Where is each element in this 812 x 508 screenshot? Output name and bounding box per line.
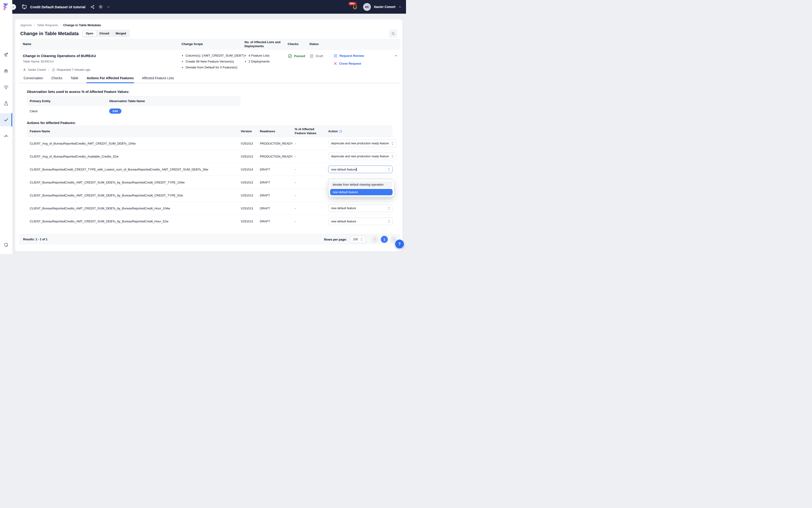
feature-name: CLIENT_BureauReportedCredits_AMT_CREDIT_… bbox=[27, 181, 241, 184]
feature-name: CLIENT_BureauReportedCredits_AMT_CREDIT_… bbox=[27, 194, 241, 197]
request-review-label: Request Review bbox=[340, 54, 364, 57]
action-select-input-value: new default feature bbox=[331, 168, 356, 171]
feature-version: V251013 bbox=[241, 194, 260, 197]
select-stepper-icon bbox=[391, 142, 394, 145]
sidebar-collapse-button[interactable] bbox=[10, 4, 16, 10]
check-icon bbox=[4, 117, 9, 122]
breadcrumb-separator-icon: › bbox=[34, 23, 35, 27]
observation-table: Primary Entity Observation Table Name Cl… bbox=[27, 96, 240, 116]
checks-status: Passed bbox=[294, 54, 305, 58]
page-scrollbar[interactable] bbox=[404, 14, 406, 254]
select-stepper-icon bbox=[388, 220, 390, 223]
share-icon[interactable] bbox=[90, 5, 95, 9]
project-menu-chevron-icon[interactable] bbox=[106, 5, 110, 9]
request-table-header: Name Change Scope No. of Affected Lists … bbox=[20, 39, 401, 49]
feature-readiness: PRODUCTION_READY bbox=[260, 142, 295, 145]
person-icon bbox=[23, 68, 26, 72]
checklist-icon bbox=[333, 54, 337, 58]
action-select[interactable]: deprecate and new production ready featu… bbox=[328, 153, 396, 160]
action-select-value: new default feature bbox=[331, 207, 356, 210]
page-1-button[interactable]: 1 bbox=[381, 236, 388, 243]
dropdown-option-deviate[interactable]: deviate from default cleaning operation bbox=[330, 181, 393, 188]
feature-version: V251013 bbox=[241, 181, 260, 184]
shield-check-icon bbox=[4, 243, 9, 248]
lightbulb-icon bbox=[4, 85, 9, 90]
tab-checks[interactable]: Checks bbox=[51, 75, 63, 83]
tab-actions-for-affected-features[interactable]: Actions For Affected Features bbox=[86, 75, 134, 83]
feature-affected-pct: - bbox=[295, 220, 328, 223]
sidebar-item-approve[interactable] bbox=[0, 113, 12, 126]
feature-version: V251013 bbox=[241, 155, 260, 158]
action-select[interactable]: new default feature bbox=[328, 205, 393, 212]
search-button[interactable] bbox=[389, 29, 397, 38]
tab-affected-feature-lists[interactable]: Affected Feature Lists bbox=[141, 75, 175, 83]
checks-passed-icon bbox=[288, 54, 292, 58]
tab-table[interactable]: Table bbox=[70, 75, 79, 83]
action-select[interactable]: deprecate and new production ready featu… bbox=[328, 140, 396, 147]
feature-affected-pct: - bbox=[295, 142, 328, 145]
request-review-button[interactable]: Request Review bbox=[333, 54, 391, 58]
feature-readiness: DRAFT bbox=[260, 168, 295, 171]
dropdown-option-new-default[interactable]: new default feature bbox=[330, 189, 393, 195]
request-table-name: Table Name: BUREAU bbox=[23, 60, 182, 63]
tab-conversation[interactable]: Conversation bbox=[23, 75, 44, 83]
feature-affected-pct: - bbox=[295, 207, 328, 210]
prev-page-button[interactable] bbox=[371, 236, 378, 243]
feature-readiness: DRAFT bbox=[260, 181, 295, 184]
requested-ago: Requested 7 minutes ago bbox=[57, 68, 90, 72]
primary-entity-value: Client bbox=[27, 110, 109, 113]
user-name: Xavier Conort bbox=[374, 5, 395, 9]
select-stepper-icon bbox=[388, 207, 390, 210]
feature-readiness: DRAFT bbox=[260, 194, 295, 197]
status-filter-segmented-control: Open Closed Merged bbox=[82, 30, 130, 37]
action-select-value: deprecate and new production ready featu… bbox=[331, 155, 389, 158]
user-menu-chevron-icon[interactable] bbox=[398, 5, 402, 9]
col-header-readiness: Readiness bbox=[260, 129, 295, 133]
request-table: Name Change Scope No. of Affected Lists … bbox=[20, 39, 401, 75]
select-stepper-icon bbox=[391, 155, 394, 158]
sidebar-item-governance[interactable] bbox=[0, 239, 12, 252]
page-title: Change in Table Metadata bbox=[20, 31, 79, 36]
breadcrumb-approve[interactable]: Approve bbox=[20, 23, 32, 27]
edit-observation-table-button[interactable]: Edit bbox=[109, 109, 122, 114]
sidebar-item-explore[interactable] bbox=[0, 48, 12, 61]
sidebar-item-activity[interactable] bbox=[0, 129, 12, 142]
feature-affected-pct: - bbox=[295, 194, 328, 197]
collapse-row-button[interactable] bbox=[391, 49, 401, 75]
change-scope-item: Column(s): ['AMT_CREDIT_SUM_DEBT'] bbox=[186, 54, 244, 57]
feature-row: CLIENT_BureauReportedCredit_CREDIT_TYPE_… bbox=[27, 163, 393, 176]
head-gear-icon bbox=[4, 69, 9, 74]
avatar[interactable]: XC bbox=[363, 3, 371, 11]
change-scope-list: Column(s): ['AMT_CREDIT_SUM_DEBT'] Creat… bbox=[182, 54, 244, 69]
filter-closed-button[interactable]: Closed bbox=[96, 31, 112, 37]
feature-affected-pct: - bbox=[295, 155, 328, 158]
notifications-bell-icon[interactable]: 999+ bbox=[352, 4, 358, 10]
action-select-focused[interactable]: new default feature bbox=[328, 166, 393, 173]
sidebar-item-ideas[interactable] bbox=[0, 81, 12, 94]
filter-open-button[interactable]: Open bbox=[83, 31, 96, 37]
action-select[interactable]: new default feature bbox=[328, 218, 393, 225]
col-header-primary-entity: Primary Entity bbox=[27, 99, 109, 103]
project-settings-gear-icon[interactable] bbox=[98, 4, 103, 9]
observation-sets-heading: Observation Sets used to assess % of Aff… bbox=[27, 90, 393, 94]
requester-name: Xavier Conort bbox=[28, 68, 46, 72]
sidebar-item-knowledge[interactable] bbox=[0, 65, 12, 78]
help-button[interactable]: ? bbox=[395, 240, 404, 248]
notifications-badge: 999+ bbox=[348, 2, 357, 5]
breadcrumb-table-requests[interactable]: Table Requests bbox=[37, 23, 58, 27]
feature-name: CLIENT_BureauReportedCredits_AMT_CREDIT_… bbox=[27, 207, 241, 210]
rows-per-page-select[interactable]: 100 bbox=[350, 236, 365, 243]
col-header-action: Action bbox=[328, 129, 337, 133]
filter-merged-button[interactable]: Merged bbox=[112, 31, 129, 37]
info-icon[interactable] bbox=[339, 130, 342, 133]
sidebar-item-experiments[interactable] bbox=[0, 97, 12, 110]
select-stepper-icon bbox=[388, 168, 390, 171]
action-dropdown-menu: deviate from default cleaning operation … bbox=[329, 180, 394, 197]
close-request-button[interactable]: Close Request bbox=[333, 62, 391, 65]
topbar: Credit Default Dataset UI tutorial bbox=[12, 0, 406, 14]
change-scope-item: Deviate from Default for 0 Feature(s) bbox=[186, 66, 244, 69]
rows-per-page-label: Rows per page: bbox=[324, 238, 347, 241]
rows-per-page-value: 100 bbox=[353, 238, 358, 241]
breadcrumb-current: Change in Table Metadata bbox=[63, 23, 101, 27]
feature-version: V251013 bbox=[241, 207, 260, 210]
